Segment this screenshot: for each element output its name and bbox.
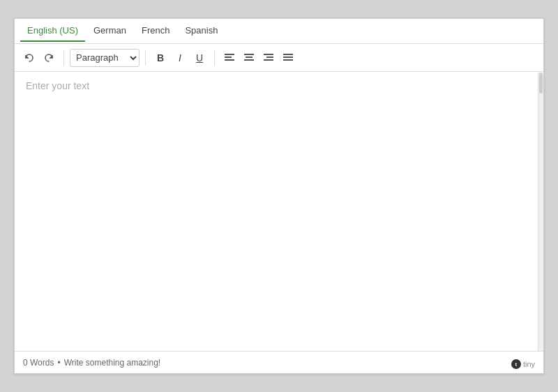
svg-rect-13	[283, 59, 293, 61]
toolbar: Paragraph Heading 1 Heading 2 Heading 3 …	[15, 44, 543, 72]
scrollbar-track[interactable]	[538, 73, 543, 351]
format-group: Paragraph Heading 1 Heading 2 Heading 3	[70, 49, 140, 67]
tab-french[interactable]: French	[135, 20, 176, 42]
divider-2	[145, 50, 146, 66]
tiny-branding: t tiny	[511, 359, 535, 369]
paragraph-format-select[interactable]: Paragraph Heading 1 Heading 2 Heading 3	[70, 49, 140, 67]
redo-button[interactable]	[40, 49, 58, 67]
svg-marker-0	[26, 56, 28, 58]
svg-rect-12	[283, 56, 293, 58]
svg-marker-1	[50, 56, 52, 58]
divider-1	[63, 50, 64, 66]
svg-rect-10	[264, 59, 273, 61]
align-left-button[interactable]	[220, 49, 239, 67]
svg-rect-6	[246, 56, 252, 58]
text-style-group: B I U	[151, 49, 209, 67]
underline-button[interactable]: U	[190, 49, 209, 67]
status-bar: 0 Words • Write something amazing!	[15, 351, 543, 373]
bold-button[interactable]: B	[151, 49, 169, 67]
editor-area[interactable]: Enter your text	[15, 72, 543, 351]
history-group	[20, 49, 58, 67]
svg-rect-9	[266, 56, 273, 58]
tab-spanish[interactable]: Spanish	[178, 20, 225, 42]
editor-container: English (US) German French Spanish	[14, 18, 544, 374]
scrollbar-thumb[interactable]	[539, 73, 543, 93]
tab-english[interactable]: English (US)	[20, 20, 85, 42]
italic-button[interactable]: I	[171, 49, 189, 67]
alignment-group	[220, 49, 297, 67]
tiny-brand-name: tiny	[523, 360, 535, 368]
align-center-button[interactable]	[240, 49, 258, 67]
tiny-logo-icon: t	[511, 359, 521, 369]
svg-rect-4	[225, 59, 234, 61]
status-message: Write something amazing!	[64, 358, 161, 368]
align-justify-button[interactable]	[279, 49, 297, 67]
svg-rect-11	[283, 54, 293, 55]
editor-placeholder: Enter your text	[26, 80, 89, 91]
undo-button[interactable]	[20, 49, 38, 67]
word-count: 0 Words	[23, 358, 54, 368]
svg-rect-8	[264, 54, 273, 55]
svg-rect-7	[244, 59, 254, 61]
status-separator: •	[57, 358, 60, 368]
tab-german[interactable]: German	[86, 20, 133, 42]
svg-rect-5	[244, 54, 254, 55]
language-tabs: English (US) German French Spanish	[15, 19, 543, 44]
svg-rect-2	[225, 54, 234, 55]
divider-3	[214, 50, 215, 66]
align-right-button[interactable]	[259, 49, 278, 67]
svg-rect-3	[225, 56, 232, 58]
